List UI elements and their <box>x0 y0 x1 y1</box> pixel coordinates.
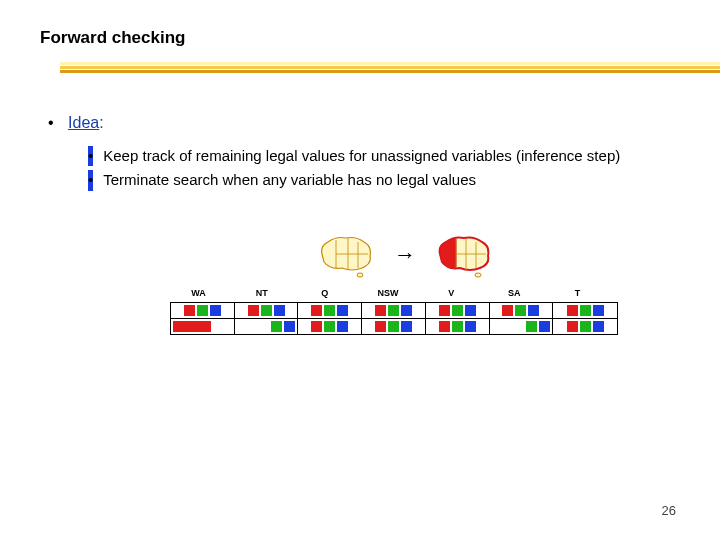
cell <box>235 318 299 334</box>
svg-point-9 <box>475 273 481 277</box>
cell <box>362 303 426 318</box>
idea-heading: • Idea: <box>48 114 104 132</box>
cell <box>171 303 235 318</box>
domain-grid <box>170 302 618 335</box>
idea-sublist: • Keep track of remaining legal values f… <box>88 146 658 195</box>
cell <box>362 318 426 334</box>
cell <box>553 303 617 318</box>
region-label: Q <box>302 288 347 298</box>
svg-point-4 <box>357 273 363 277</box>
list-item-text: Terminate search when any variable has n… <box>103 170 476 190</box>
title-divider <box>60 62 720 72</box>
region-label: WA <box>176 288 221 298</box>
cell <box>298 318 362 334</box>
region-label: T <box>555 288 600 298</box>
list-item: • Keep track of remaining legal values f… <box>88 146 658 166</box>
region-label: NT <box>239 288 284 298</box>
australia-map-blank <box>316 232 376 278</box>
region-label: V <box>429 288 474 298</box>
page-number: 26 <box>662 503 676 518</box>
cell-wa-assigned <box>171 318 235 334</box>
cell <box>235 303 299 318</box>
region-header-row: WA NT Q NSW V SA T <box>176 288 600 298</box>
cell <box>426 318 490 334</box>
cell <box>298 303 362 318</box>
list-item: • Terminate search when any variable has… <box>88 170 658 190</box>
grid-row-initial <box>171 303 617 318</box>
cell <box>490 303 554 318</box>
forward-checking-diagram: → WA NT Q NSW V SA T <box>170 232 600 335</box>
bullet-icon: • <box>88 170 93 190</box>
cell <box>490 318 554 334</box>
grid-row-after-wa <box>171 318 617 334</box>
slide-title: Forward checking <box>40 28 185 48</box>
arrow-right-icon: → <box>394 242 416 268</box>
region-label: NSW <box>365 288 410 298</box>
australia-maps: → <box>210 232 600 278</box>
bullet-icon: • <box>48 114 54 131</box>
cell <box>426 303 490 318</box>
cell <box>553 318 617 334</box>
region-label: SA <box>492 288 537 298</box>
bullet-icon: • <box>88 146 93 166</box>
australia-map-wa-red <box>434 232 494 278</box>
list-item-text: Keep track of remaining legal values for… <box>103 146 620 166</box>
idea-label: Idea <box>68 114 99 131</box>
idea-colon: : <box>99 114 103 131</box>
